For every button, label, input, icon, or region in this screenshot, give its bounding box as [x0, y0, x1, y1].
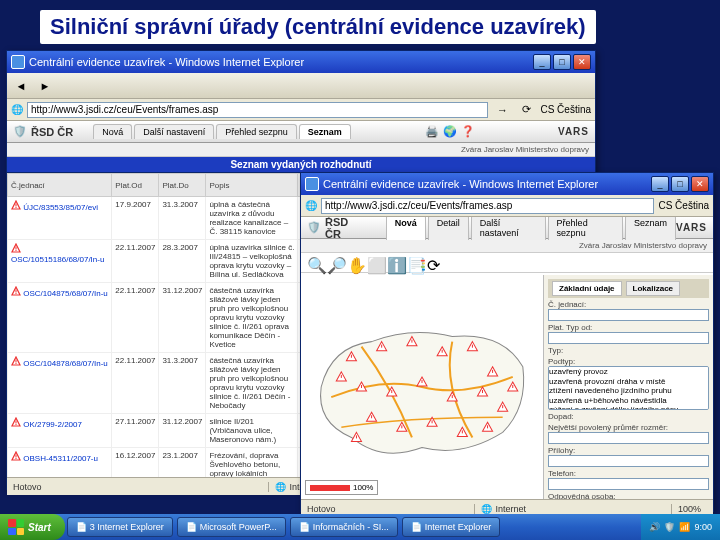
svg-rect-25: [452, 395, 453, 398]
win2-content: 🛡️ ŘSD ČR Nová Detail Další nastavení Př…: [301, 217, 713, 499]
taskbar-item[interactable]: 📄Informačních - SI...: [290, 517, 398, 537]
slide-title: Silniční správní úřady (centrální eviden…: [40, 10, 596, 44]
inp-prilohy[interactable]: [548, 455, 709, 467]
taskbar-item[interactable]: 📄3 Internet Explorer: [67, 517, 173, 537]
cj-link[interactable]: ÚJC/83553/85/07/evi: [23, 203, 98, 212]
map[interactable]: 100%: [301, 275, 543, 499]
maximize-button[interactable]: □: [553, 54, 571, 70]
svg-rect-22: [361, 385, 362, 388]
taskbar-item[interactable]: 📄Microsoft PowerP...: [177, 517, 286, 537]
layers-icon[interactable]: 📑: [407, 256, 421, 270]
help-icon[interactable]: ❓: [461, 125, 475, 138]
close-button[interactable]: ✕: [573, 54, 591, 70]
refresh-icon[interactable]: ⟳: [516, 100, 536, 120]
tab-seznam2[interactable]: Seznam: [625, 217, 676, 240]
ie-icon: [305, 177, 319, 191]
inp-telefon[interactable]: [548, 478, 709, 490]
zoom-in-icon[interactable]: 🔍: [307, 256, 321, 270]
zoom-out-icon[interactable]: 🔎: [327, 256, 341, 270]
tray-icon[interactable]: 🔊: [649, 522, 660, 532]
windows-logo-icon: [8, 519, 24, 535]
url-input[interactable]: [27, 102, 488, 118]
vars-logo: VARS: [558, 126, 589, 137]
extent-icon[interactable]: ⬜: [367, 256, 381, 270]
win2-title: Centrální evidence uzavírek - Windows In…: [323, 178, 649, 190]
lbl-dopad: Dopad:: [548, 412, 709, 421]
svg-rect-20: [472, 345, 473, 348]
cj-link[interactable]: OSC/10515186/68/07/In-u: [11, 255, 104, 264]
tab-nova2[interactable]: Nová: [386, 217, 426, 240]
legend-bar: [310, 485, 350, 491]
tab-prehled[interactable]: Přehled sezpnu: [216, 124, 297, 139]
pan-icon[interactable]: ✋: [347, 256, 361, 270]
rsd-logo-icon: 🛡️: [13, 125, 27, 139]
inp-od[interactable]: [548, 332, 709, 344]
tab-dalsi2[interactable]: Další nastavení: [471, 217, 546, 240]
inp-cj[interactable]: [548, 309, 709, 321]
app-header2: 🛡️ ŘSD ČR Nová Detail Další nastavení Př…: [301, 217, 713, 239]
svg-rect-17: [381, 345, 382, 348]
tab-seznam[interactable]: Seznam: [299, 124, 351, 139]
win1-titlebar[interactable]: Centrální evidence uzavírek - Windows In…: [7, 51, 595, 73]
sel-podtyp2[interactable]: uzavřený provozuzavřená provozní dráha v…: [548, 366, 709, 410]
minimize-button[interactable]: _: [651, 176, 669, 192]
system-tray[interactable]: 🔊 🛡️ 📶 9:00: [641, 514, 720, 540]
lbl-podtyp: Podtyp:: [548, 357, 709, 366]
forward-icon[interactable]: ►: [35, 76, 55, 96]
svg-rect-13: [16, 424, 17, 425]
refresh-icon[interactable]: ⟳: [427, 256, 441, 270]
tray-icon[interactable]: 🛡️: [664, 522, 675, 532]
url-input[interactable]: [321, 198, 654, 214]
minimize-button[interactable]: _: [533, 54, 551, 70]
svg-rect-9: [16, 293, 17, 294]
svg-rect-29: [401, 425, 402, 428]
window-2: Centrální evidence uzavírek - Windows In…: [300, 172, 714, 512]
svg-rect-34: [341, 375, 342, 378]
cj-link[interactable]: OK/2799-2/2007: [23, 420, 82, 429]
status-zoom2[interactable]: 100%: [671, 504, 707, 514]
globe2-icon[interactable]: 🌍: [443, 125, 457, 138]
svg-rect-27: [502, 405, 503, 408]
internet-icon: 🌐: [481, 504, 492, 514]
svg-rect-19: [442, 350, 443, 353]
cj-link[interactable]: OBSH-45311/2007-u: [23, 454, 98, 463]
svg-rect-1: [16, 207, 17, 208]
tab-detail2[interactable]: Detail: [428, 217, 469, 240]
svg-rect-11: [16, 363, 17, 364]
maximize-button[interactable]: □: [671, 176, 689, 192]
print-icon[interactable]: 🖨️: [425, 125, 439, 138]
status-left2: Hotovo: [307, 504, 336, 514]
grid-title: Seznam vydaných rozhodnutí: [7, 157, 595, 173]
back-icon[interactable]: ◄: [11, 76, 31, 96]
taskbar-item[interactable]: 📄Internet Explorer: [402, 517, 501, 537]
win2-titlebar[interactable]: Centrální evidence uzavírek - Windows In…: [301, 173, 713, 195]
lbl-popis: Největší povolený průměr rozměr:: [548, 423, 709, 432]
go-icon[interactable]: →: [492, 100, 512, 120]
svg-rect-15: [16, 458, 17, 459]
app-icon: 📄: [411, 522, 422, 532]
tab-dalsi[interactable]: Další nastavení: [134, 124, 214, 139]
ptab-zakl[interactable]: Základní údaje: [552, 281, 622, 296]
taskbar: Start 📄3 Internet Explorer📄Microsoft Pow…: [0, 514, 720, 540]
tray-icon[interactable]: 📶: [679, 522, 690, 532]
start-button[interactable]: Start: [0, 514, 65, 540]
app-icon: 📄: [299, 522, 310, 532]
globe-icon: 🌐: [11, 104, 23, 115]
svg-rect-0: [16, 204, 17, 207]
svg-rect-35: [512, 385, 513, 388]
identify-icon[interactable]: ℹ️: [387, 256, 401, 270]
svg-rect-30: [432, 420, 433, 423]
close-button[interactable]: ✕: [691, 176, 709, 192]
tab-prehled2[interactable]: Přehled sezpnu: [548, 217, 623, 240]
ptab-lok[interactable]: Lokalizace: [626, 281, 680, 296]
tab-nova[interactable]: Nová: [93, 124, 132, 139]
map-container[interactable]: 100%: [301, 275, 543, 499]
cj-link[interactable]: OSC/104875/68/07/In-u: [23, 289, 108, 298]
app-tabs2: Nová Detail Další nastavení Přehled sezp…: [386, 217, 676, 240]
svg-rect-10: [16, 360, 17, 363]
app-brand2: ŘSD ČR: [325, 217, 366, 240]
app-brand: ŘSD ČR: [31, 126, 73, 138]
cj-link[interactable]: OSC/104878/68/07/In-u: [23, 359, 108, 368]
inp-popis[interactable]: [548, 432, 709, 444]
svg-rect-4: [16, 247, 17, 250]
